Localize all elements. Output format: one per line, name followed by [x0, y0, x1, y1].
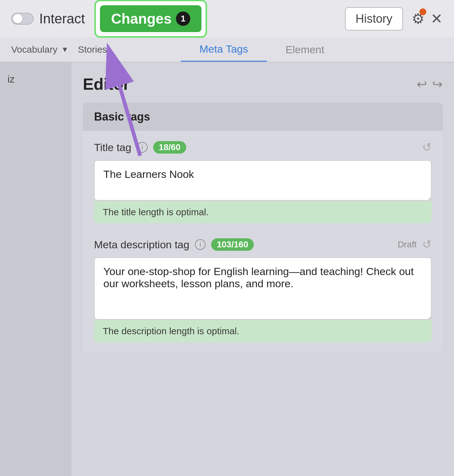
history-button[interactable]: History: [345, 7, 403, 31]
sidebar-item-iz: iz: [7, 74, 64, 85]
meta-desc-input[interactable]: [94, 257, 432, 320]
close-icon[interactable]: ✕: [431, 10, 443, 27]
vocabulary-chevron[interactable]: ▼: [61, 45, 69, 54]
changes-label: Changes: [111, 10, 172, 27]
title-tag-reset-icon[interactable]: ↺: [422, 141, 432, 154]
undo-button[interactable]: ↩: [417, 77, 427, 91]
basic-tags-body: Title tag i 18/60 ↺ The title length is …: [83, 131, 443, 352]
meta-desc-label: Meta description tag: [94, 239, 189, 251]
sub-nav-left: Vocabulary ▼ Stories: [11, 44, 107, 55]
interact-label: Interact: [39, 11, 85, 26]
title-tag-label: Title tag: [94, 141, 131, 154]
title-tag-status: The title length is optimal.: [94, 201, 432, 223]
editor-header: Editor ↩ ↪: [83, 75, 443, 93]
title-tag-input[interactable]: [94, 160, 432, 201]
changes-button[interactable]: Changes 1: [100, 5, 201, 32]
vocabulary-dropdown-label[interactable]: Vocabulary: [11, 44, 57, 55]
left-sidebar: iz: [0, 62, 72, 476]
title-tag-info-icon[interactable]: i: [137, 142, 148, 153]
interact-toggle[interactable]: [11, 13, 34, 25]
meta-desc-field-row: Meta description tag i 103/160 Draft ↺: [94, 238, 432, 251]
editor-title: Editor: [83, 75, 130, 93]
top-bar: Interact Changes 1 History ⚙ ✕: [0, 0, 454, 37]
changes-badge: 1: [176, 12, 190, 26]
title-tag-count: 18/60: [153, 141, 186, 154]
redo-button[interactable]: ↪: [432, 77, 443, 91]
basic-tags-card: Basic tags Title tag i 18/60 ↺ The title…: [83, 103, 443, 352]
settings-area: ⚙ ✕: [412, 10, 443, 27]
stories-label[interactable]: Stories: [78, 44, 107, 55]
title-tag-field-row: Title tag i 18/60 ↺: [94, 141, 432, 154]
meta-desc-draft-label: Draft: [398, 240, 417, 250]
tab-container: Meta Tags Element: [81, 37, 443, 62]
meta-desc-count: 103/160: [211, 238, 254, 251]
main-content: Editor ↩ ↪ Basic tags Title tag i 18/60 …: [72, 62, 454, 476]
basic-tags-header: Basic tags: [83, 103, 443, 131]
meta-desc-reset-icon[interactable]: ↺: [422, 238, 432, 251]
interact-toggle-area: Interact: [11, 11, 85, 26]
tab-meta-tags[interactable]: Meta Tags: [181, 37, 267, 62]
settings-icon-wrapper: ⚙: [412, 10, 424, 27]
sub-nav: Vocabulary ▼ Stories Meta Tags Element: [0, 37, 454, 62]
changes-wrapper: Changes 1: [100, 5, 201, 32]
notification-dot: [419, 8, 426, 15]
tab-element[interactable]: Element: [267, 38, 343, 61]
undo-redo-area: ↩ ↪: [417, 77, 443, 91]
meta-desc-info-icon[interactable]: i: [195, 239, 206, 250]
meta-desc-status: The description length is optimal.: [94, 320, 432, 342]
